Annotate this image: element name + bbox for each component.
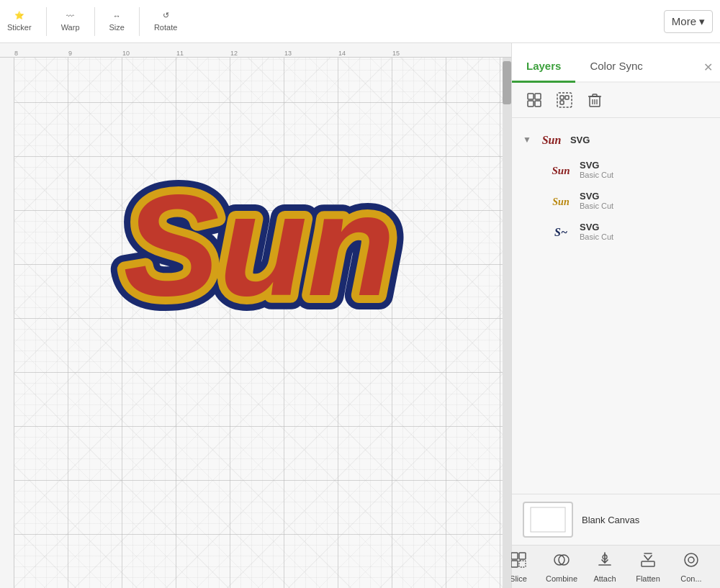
combine-label: Combine (546, 574, 577, 583)
flatten-icon (639, 551, 657, 572)
svg-rect-21 (531, 507, 565, 532)
svg-point-32 (688, 557, 694, 563)
blank-canvas-label: Blank Canvas (582, 515, 639, 525)
bottom-toolbar: Slice Combine (512, 545, 720, 588)
layer-item-child-2[interactable]: Sun SVG Basic Cut (512, 185, 720, 216)
sticker-icon: ⭐ (14, 11, 24, 20)
more-arrow-icon: ▾ (699, 15, 705, 28)
sticker-label: Sticker (7, 23, 32, 32)
rotate-icon: ↺ (163, 11, 169, 20)
tab-color-sync[interactable]: Color Sync (575, 53, 657, 83)
svg-rect-23 (519, 553, 526, 559)
ruler-top: 8 9 10 11 12 13 14 15 (0, 43, 511, 58)
contour-tool[interactable]: Con... (670, 548, 713, 587)
svg-text:Sun: Sun (542, 134, 562, 146)
layer-child-2-info: SVG Basic Cut (580, 191, 613, 210)
chevron-down-icon: ▼ (523, 135, 531, 145)
svg-rect-25 (519, 561, 526, 567)
svg-rect-22 (511, 553, 518, 559)
toolbar-sep-1 (46, 7, 47, 36)
ruler-mark-15: 15 (392, 50, 446, 57)
svg-point-31 (685, 553, 698, 566)
svg-rect-9 (565, 96, 569, 99)
svg-rect-13 (593, 94, 597, 96)
attach-label: Attach (593, 574, 616, 583)
warp-label: Warp (61, 23, 80, 32)
svg-rect-3 (528, 94, 534, 99)
tab-layers[interactable]: Layers (512, 53, 575, 83)
scrollbar-right[interactable] (503, 58, 511, 588)
svg-rect-6 (535, 101, 541, 107)
more-label: More (672, 15, 696, 27)
rotate-label: Rotate (154, 23, 177, 32)
attach-tool[interactable]: Attach (583, 548, 626, 587)
svg-rect-8 (560, 96, 564, 99)
canvas-logo: Sun Sun Sun (36, 130, 482, 360)
delete-layer-button[interactable] (583, 89, 606, 112)
more-button[interactable]: More ▾ (664, 10, 713, 33)
svg-text:Sun: Sun (123, 165, 395, 325)
contour-icon (683, 551, 700, 572)
layer-child-1-thumb: Sun (548, 161, 574, 178)
ruler-mark-11: 11 (176, 50, 230, 57)
ruler-mark-12: 12 (230, 50, 284, 57)
svg-rect-29 (642, 561, 654, 566)
layer-child-3-thumb: S~ (548, 223, 574, 240)
combine-icon (553, 551, 570, 572)
svg-text:S~: S~ (554, 226, 567, 238)
layer-item-parent[interactable]: ▼ Sun SVG (512, 125, 720, 154)
canvas-area[interactable]: 8 9 10 11 12 13 14 15 Sun Sun (0, 43, 511, 588)
toolbar-sep-2 (94, 7, 95, 36)
slice-icon (510, 551, 527, 572)
blank-canvas-thumb (523, 502, 573, 538)
ruler-mark-9: 9 (68, 50, 122, 57)
layer-child-2-thumb: Sun (548, 192, 574, 209)
ruler-mark-10: 10 (122, 50, 176, 57)
ungroup-button[interactable] (553, 89, 576, 112)
layer-child-1-info: SVG Basic Cut (580, 160, 613, 179)
layer-parent-thumb: Sun (539, 131, 564, 148)
svg-rect-5 (528, 101, 534, 107)
ruler-top-marks: 8 9 10 11 12 13 14 15 (0, 43, 446, 57)
grid-canvas[interactable]: Sun Sun Sun (14, 58, 503, 588)
right-panel: Layers Color Sync ✕ (511, 43, 720, 588)
contour-label: Con... (680, 574, 701, 583)
slice-label: Slice (510, 574, 527, 583)
layer-actions (512, 83, 720, 118)
svg-rect-7 (557, 93, 572, 107)
panel-close-button[interactable]: ✕ (703, 60, 713, 74)
toolbar-sep-3 (139, 7, 140, 36)
main-area: 8 9 10 11 12 13 14 15 Sun Sun (0, 43, 720, 588)
svg-text:Sun: Sun (552, 196, 570, 207)
warp-tool[interactable]: 〰 Warp (61, 12, 80, 32)
layer-item-child-1[interactable]: Sun SVG Basic Cut (512, 154, 720, 185)
flatten-tool[interactable]: Flatten (626, 548, 670, 587)
flatten-label: Flatten (636, 574, 660, 583)
ruler-mark-14: 14 (338, 50, 392, 57)
size-tool[interactable]: ↔ Size (109, 12, 125, 32)
svg-rect-4 (535, 94, 541, 99)
group-button[interactable] (523, 89, 546, 112)
size-label: Size (109, 23, 125, 32)
layer-parent-info: SVG (570, 135, 590, 145)
warp-icon: 〰 (66, 12, 74, 20)
svg-text:Sun: Sun (552, 165, 570, 176)
layer-child-3-info: SVG Basic Cut (580, 222, 613, 241)
combine-tool[interactable]: Combine (540, 548, 583, 587)
layers-list: ▼ Sun SVG Sun SVG (512, 118, 720, 494)
size-icon: ↔ (113, 12, 121, 20)
svg-rect-24 (511, 561, 518, 567)
rotate-tool[interactable]: ↺ Rotate (154, 11, 177, 32)
panel-tabs: Layers Color Sync ✕ (512, 43, 720, 83)
ruler-mark-8: 8 (14, 50, 68, 57)
layer-item-child-3[interactable]: S~ SVG Basic Cut (512, 216, 720, 247)
scrollbar-thumb[interactable] (503, 61, 511, 104)
top-toolbar: ⭐ Sticker 〰 Warp ↔ Size ↺ Rotate More ▾ (0, 0, 720, 43)
blank-canvas-section: Blank Canvas (512, 494, 720, 545)
ruler-left (0, 58, 14, 588)
attach-icon (596, 551, 613, 572)
ruler-mark-13: 13 (284, 50, 338, 57)
svg-rect-10 (560, 101, 564, 104)
sticker-tool[interactable]: ⭐ Sticker (7, 11, 32, 32)
